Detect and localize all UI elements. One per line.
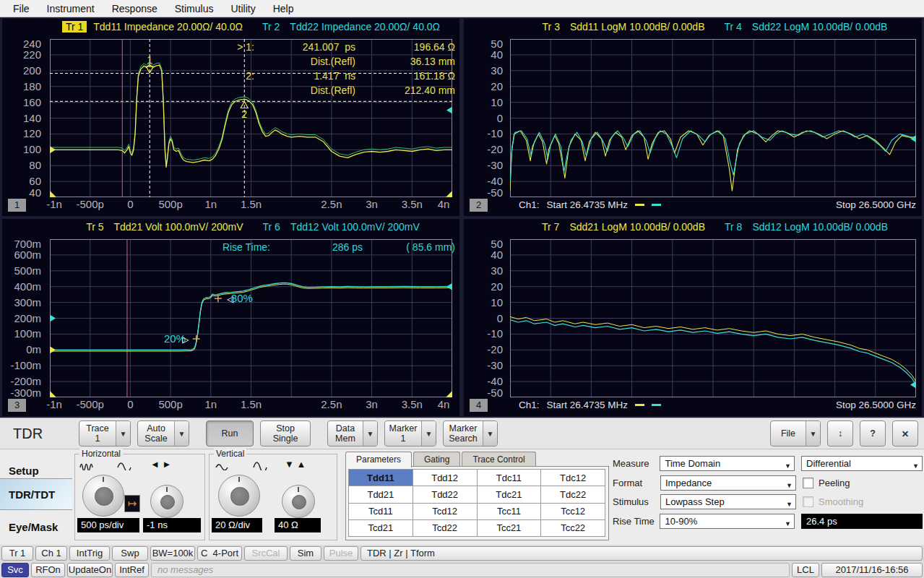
expand-button[interactable]: ↕	[827, 420, 853, 447]
param-tdd21[interactable]: Tdd21	[348, 486, 413, 503]
stimulus-dropdown[interactable]: Lowpass Step	[660, 494, 796, 509]
param-tdd11[interactable]: Tdd11	[348, 469, 413, 486]
param-tdd22[interactable]: Tdd22	[413, 486, 478, 503]
status-tr-1[interactable]: Tr 1	[1, 546, 33, 561]
menu-utility[interactable]: Utility	[223, 1, 262, 16]
horizontal-position-knob[interactable]	[150, 485, 183, 518]
status-swp[interactable]: Swp	[112, 546, 148, 561]
vertical-scale-value[interactable]: 20 Ω/div	[212, 518, 262, 532]
delay-reference-icon[interactable]: ↦	[124, 495, 140, 512]
plot-area[interactable]	[510, 239, 916, 397]
menu-response[interactable]: Response	[105, 1, 165, 16]
trace-scale-label: Tdd11 Impedance 20.00Ω/ 40.0Ω	[93, 21, 243, 33]
status-inttrig[interactable]: IntTrig	[69, 546, 110, 561]
chart-tdt-voltage: Tr 5Tdd21 Volt 100.0mV/ 200mVTr 6Tdd12 V…	[2, 219, 459, 416]
status-bw-100k[interactable]: BW=100k	[150, 546, 195, 561]
vertical-scale-knob[interactable]	[218, 475, 260, 517]
file-button[interactable]: File ▼	[770, 420, 821, 447]
marker-readout: > 1:241.007 ps196.64 ΩDist.(Refl)36.13 m…	[223, 40, 455, 98]
param-tcc11[interactable]: Tcc11	[477, 503, 542, 520]
rise-time-value[interactable]: 26.4 ps	[801, 514, 923, 529]
chevron-down-icon[interactable]: ▼	[116, 421, 130, 446]
message-area: no messages	[151, 563, 790, 577]
param-tdc12[interactable]: Tdc12	[540, 469, 605, 486]
format-label: Format	[613, 478, 660, 488]
close-button[interactable]: ✕	[892, 420, 918, 447]
stop-single-button[interactable]: StopSingle	[260, 420, 311, 447]
measure-dropdown[interactable]: Time Domain	[660, 456, 795, 471]
param-tdd12[interactable]: Tdd12	[413, 469, 478, 486]
trace-badge[interactable]: Tr 6	[259, 221, 284, 233]
update-on-indicator: UpdateOn	[67, 563, 113, 577]
slow-sweep-icon	[117, 460, 131, 470]
chevron-down-icon[interactable]: ▼	[483, 421, 497, 446]
peeling-checkbox[interactable]	[803, 478, 813, 488]
data-mem-button[interactable]: DataMem ▼	[327, 420, 378, 447]
param-tcd21[interactable]: Tcd21	[348, 519, 413, 537]
menu-help[interactable]: Help	[266, 1, 301, 16]
tab-trace-control[interactable]: Trace Control	[462, 452, 535, 467]
tab-gating[interactable]: Gating	[413, 452, 460, 467]
status-ch-1[interactable]: Ch 1	[35, 546, 67, 561]
horizontal-scale-knob[interactable]	[82, 475, 124, 517]
channel-number: 2	[470, 199, 488, 212]
app-title: TDR	[6, 426, 72, 442]
parameter-grid: Tdd11Tdd12Tdc11Tdc12Tdd21Tdd22Tdc21Tdc22…	[349, 470, 605, 537]
trace-badge[interactable]: Tr 3	[539, 21, 564, 33]
peeling-label: Peeling	[819, 478, 850, 488]
param-tcc22[interactable]: Tcc22	[540, 519, 605, 537]
trace-badge[interactable]: Tr 4	[720, 21, 745, 33]
chart-tdr-impedance: Tr 1Tdd11 Impedance 20.00Ω/ 40.0ΩTr 2Tdd…	[2, 19, 459, 216]
sidebar-item-tdr-tdt[interactable]: TDR/TDT	[0, 478, 72, 510]
chevron-down-icon[interactable]: ▼	[174, 421, 189, 446]
status-c-4-port[interactable]: C 4-Port	[197, 546, 242, 561]
status-sim[interactable]: Sim	[290, 546, 321, 561]
trace-dash-cyan-icon	[652, 404, 661, 406]
auto-scale-button[interactable]: AutoScale ▼	[137, 420, 189, 447]
menu-file[interactable]: File	[6, 1, 37, 16]
y-axis-labels: 50403020100-10-20-30-40-50	[464, 39, 507, 197]
help-button[interactable]: ?	[860, 420, 886, 447]
sidebar-item-eye-mask[interactable]: Eye/Mask	[0, 516, 72, 538]
menu-instrument[interactable]: Instrument	[40, 1, 102, 16]
chevron-down-icon[interactable]: ▼	[421, 421, 436, 446]
status-srccal[interactable]: SrcCal	[244, 546, 288, 561]
chevron-down-icon[interactable]: ▼	[363, 421, 377, 446]
chevron-down-icon[interactable]: ▼	[806, 421, 820, 446]
topology-dropdown[interactable]: Differential	[801, 456, 923, 471]
format-dropdown[interactable]: Impedance	[660, 475, 796, 491]
marker-search-button[interactable]: MarkerSearch ▼	[443, 420, 498, 447]
param-tdc11[interactable]: Tdc11	[477, 469, 542, 486]
trace-select-button[interactable]: Trace1 ▼	[79, 420, 131, 447]
param-tcc12[interactable]: Tcc12	[540, 503, 605, 520]
param-tdc22[interactable]: Tdc22	[540, 486, 605, 503]
small-amplitude-icon	[215, 461, 228, 470]
trace-badge[interactable]: Tr 1	[62, 21, 87, 33]
stop-frequency: Stop 26.5000 GHz	[836, 400, 916, 410]
horizontal-scale-value[interactable]: 500 ps/div	[77, 518, 139, 532]
measure-settings: Measure Time Domain Differential Format …	[613, 449, 923, 545]
menu-stimulus[interactable]: Stimulus	[168, 1, 221, 16]
param-tcd22[interactable]: Tcd22	[413, 519, 478, 537]
trace-badge[interactable]: Tr 5	[82, 221, 107, 233]
param-tcc21[interactable]: Tcc21	[477, 519, 542, 537]
tab-parameters[interactable]: Parameters	[345, 452, 412, 467]
marker-button[interactable]: Marker1 ▼	[384, 420, 436, 447]
run-button[interactable]: Run	[206, 420, 254, 447]
channel-number: 3	[8, 399, 26, 412]
param-tcd12[interactable]: Tcd12	[413, 503, 478, 520]
plot-area[interactable]: 20%▷◁80%	[50, 239, 452, 397]
plot-area[interactable]	[510, 39, 916, 197]
horizontal-position-value[interactable]: -1 ns	[143, 518, 201, 532]
vertical-reference-value[interactable]: 40 Ω	[275, 518, 321, 532]
vertical-reference-knob[interactable]	[282, 485, 315, 518]
chart-sdd21-sdd12: Tr 7Sdd21 LogM 10.00dB/ 0.00dBTr 8Sdd12 …	[464, 219, 922, 416]
status-pulse[interactable]: Pulse	[324, 546, 358, 561]
param-tcd11[interactable]: Tcd11	[348, 503, 413, 520]
trace-badge[interactable]: Tr 7	[538, 221, 563, 233]
param-tdc21[interactable]: Tdc21	[477, 486, 542, 503]
trace-badge[interactable]: Tr 8	[721, 221, 746, 233]
rise-time-dropdown[interactable]: 10-90%	[660, 514, 795, 529]
status-bar-1: Tr 1Ch 1IntTrigSwpBW=100kC 4-PortSrcCalS…	[0, 545, 924, 561]
trace-badge[interactable]: Tr 2	[259, 21, 283, 33]
